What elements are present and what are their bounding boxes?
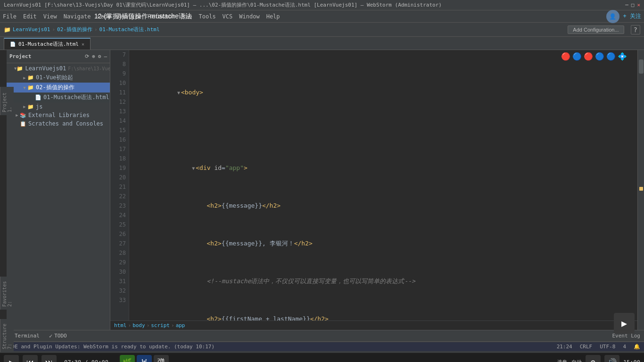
add-config-button[interactable]: Add Configuration... — [568, 25, 624, 34]
toolbar-right: Add Configuration... — [568, 25, 624, 34]
browser-icon-4[interactable]: 🔵 — [595, 52, 604, 61]
tree-item-js[interactable]: ▶ 📁 js — [7, 102, 110, 111]
tree-label-extlib: External Libraries — [28, 112, 90, 118]
code-line-8 — [133, 116, 634, 126]
update-bar: ℹ IDE and Plugin Updates: WebStorm is re… — [0, 342, 644, 351]
todo-label: TODO — [54, 333, 67, 339]
project-sidebar: Project ⟳ ⊕ ⚙ — ▼ 📁 LearnVuejs01 F:\shar… — [7, 50, 110, 330]
bottom-tabs: ⬛ Terminal ✓ TODO Event Log — [0, 330, 644, 342]
ln-22: 22 — [110, 192, 126, 201]
title-bar: LearnVuejs01 [F:\share\13-Vuejs\Day 01\课… — [0, 0, 644, 10]
bc-html[interactable]: html — [114, 322, 127, 328]
sidebar-btn-close[interactable]: — — [104, 53, 107, 59]
tree-item-02insert[interactable]: ▼ 📁 02-插值的操作 — [7, 83, 110, 93]
menu-help[interactable]: Help — [266, 13, 280, 20]
encoding[interactable]: UTF-8 — [600, 344, 615, 350]
ln-23: 23 — [110, 201, 126, 210]
maximize-btn[interactable]: □ — [631, 2, 635, 8]
todo-icon: ✓ — [49, 333, 52, 339]
tab-todo[interactable]: ✓ TODO — [47, 332, 69, 340]
ln-32: 32 — [110, 286, 126, 295]
cursor-position: 21:24 — [557, 344, 572, 350]
scroll-thumb[interactable] — [639, 59, 644, 74]
menu-navigate[interactable]: Navigate — [64, 13, 91, 20]
taskbar-time: 15:00 — [623, 359, 640, 362]
tab-bar: 📄 01-Mustache语法.html ✕ — [0, 37, 644, 50]
breadcrumb-file[interactable]: 01-Mustache语法.html — [99, 26, 160, 33]
side-label-project[interactable]: 1. Project — [0, 87, 14, 115]
update-text: IDE and Plugin Updates: WebStorm is read… — [8, 344, 215, 350]
tab-mustache[interactable]: 📄 01-Mustache语法.html ✕ — [4, 38, 91, 50]
menu-window[interactable]: Window — [239, 13, 259, 20]
prev-btn[interactable]: ⏮ — [23, 355, 38, 362]
side-label-structure[interactable]: 7: Structure — [0, 319, 14, 352]
user-avatar[interactable]: 👤 — [606, 10, 619, 23]
browser-icon-5[interactable]: 🔵 — [606, 52, 616, 61]
tree-label-js: js — [36, 103, 42, 110]
menu-view[interactable]: View — [43, 13, 57, 20]
indent-size: 4 — [623, 344, 626, 350]
ln-9: 9 — [110, 69, 126, 78]
tab-close-icon[interactable]: ✕ — [82, 42, 84, 47]
code-content[interactable]: ▼<body> ▼<div id="app"> <h2>{{message}}<… — [129, 50, 637, 320]
tree-item-mustache-file[interactable]: ▶ 📄 01-Mustache语法.html — [7, 93, 110, 102]
breadcrumb-02[interactable]: 02-插值的操作 — [57, 26, 92, 33]
menu-vcs[interactable]: VCS — [223, 13, 233, 20]
ln-25: 25 — [110, 220, 126, 229]
play-btn[interactable]: ▶ — [4, 355, 19, 362]
ln-17: 17 — [110, 144, 126, 154]
browser-icon-2[interactable]: 🔵 — [572, 52, 582, 61]
notifications-icon[interactable]: 🔔 — [634, 344, 640, 350]
code-line-13: <h2>{{firstName + lastName}}</h2> — [133, 305, 634, 314]
side-label-favorites[interactable]: 2: Favorites — [0, 277, 14, 310]
settings-btn[interactable]: ⚙ — [586, 355, 601, 362]
browser-icon-1[interactable]: 🔴 — [561, 52, 570, 61]
menu-edit[interactable]: Edit — [23, 13, 37, 20]
browser-icon-3[interactable]: 🔴 — [584, 52, 593, 61]
line-numbers: 7 8 9 10 11 12 13 14 15 16 17 18 19 20 2… — [110, 50, 129, 320]
minimize-btn[interactable]: ─ — [625, 2, 628, 8]
bc-body[interactable]: body — [132, 322, 145, 328]
video-icon-btn[interactable]: ▶ — [614, 313, 635, 334]
follow-btn[interactable]: + 关注 — [623, 12, 641, 20]
app-icon-2[interactable]: W — [137, 355, 152, 362]
tree-item-01vue[interactable]: ▶ 📁 01-Vue初始起 — [7, 73, 110, 83]
app-icon-1[interactable]: 🌿 — [120, 355, 135, 362]
tree-item-extlib[interactable]: ▶ 📚 External Libraries — [7, 111, 110, 119]
ln-26: 26 — [110, 229, 126, 239]
breadcrumb-learnvuejs[interactable]: LearnVuejs01 — [13, 26, 50, 33]
code-line-12: <!--mustache语法中，不仅仅可以直接写变量，也可以写简单的表达式--> — [133, 267, 634, 277]
ln-29: 29 — [110, 258, 126, 267]
app-icon-3[interactable]: 弹 — [154, 355, 169, 362]
tree-arrow-02insert: ▼ — [22, 85, 27, 90]
sidebar-btn-gear[interactable]: ⚙ — [98, 53, 101, 59]
next-btn[interactable]: ⏭ — [41, 355, 57, 362]
auto-label: 自动 — [571, 359, 582, 362]
folder-icon-01vue: 📁 — [27, 75, 34, 81]
ln-8: 8 — [110, 59, 126, 69]
line-ending[interactable]: CRLF — [580, 344, 593, 350]
browser-icon-6[interactable]: 💠 — [618, 52, 627, 61]
ln-12: 12 — [110, 97, 126, 107]
menu-tools[interactable]: Tools — [198, 13, 215, 20]
sidebar-btn-settings[interactable]: ⊕ — [92, 53, 95, 59]
help-icon[interactable]: ? — [631, 25, 640, 34]
menu-file[interactable]: File — [3, 13, 17, 20]
tree-path-learnvuejs01: F:\share\13-Vuejs\Da… — [68, 66, 110, 71]
tree-arrow-js: ▶ — [22, 104, 27, 109]
volume-btn[interactable]: 🔊 — [604, 355, 619, 362]
tree-label-learnvuejs01: LearnVuejs01 — [25, 65, 66, 72]
sidebar-btn-refresh[interactable]: ⟳ — [85, 53, 89, 59]
tree-label-01vue: 01-Vue初始起 — [36, 74, 73, 82]
tree-item-learnvuejs01[interactable]: ▼ 📁 LearnVuejs01 F:\share\13-Vuejs\Da… — [7, 64, 110, 73]
toolbar: 📁 LearnVuejs01 › 02-插值的操作 › 01-Mustache语… — [0, 23, 644, 37]
tree-item-scratches[interactable]: ▶ 📋 Scratches and Consoles — [7, 119, 110, 128]
bc-script[interactable]: script — [151, 322, 170, 328]
project-tree: ▼ 📁 LearnVuejs01 F:\share\13-Vuejs\Da… ▶… — [7, 63, 110, 330]
bc-app[interactable]: app — [176, 322, 185, 328]
ext-lib-icon: 📚 — [20, 112, 26, 118]
close-btn[interactable]: ✕ — [637, 2, 640, 8]
code-editor[interactable]: 7 8 9 10 11 12 13 14 15 16 17 18 19 20 2… — [110, 50, 637, 320]
breadcrumb-path: html › body › script › app — [110, 320, 637, 330]
select-label: 选集 — [557, 359, 568, 362]
